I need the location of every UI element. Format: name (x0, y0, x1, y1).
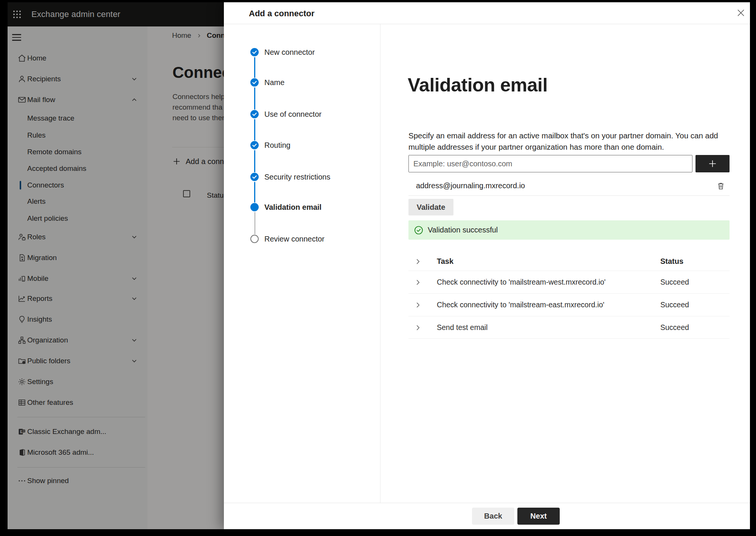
column-header-task: Task (437, 257, 453, 266)
step-connector-line (254, 182, 255, 203)
status-cell: Succeed (660, 278, 689, 287)
table-row[interactable]: Check connectivity to 'mailstream-east.m… (408, 293, 730, 316)
status-cell: Succeed (660, 301, 689, 309)
address-list-item: address@journaling.mxrecord.io (408, 176, 730, 195)
app-screen: Exchange admin center Home Recipients (8, 2, 750, 529)
column-header-status: Status (660, 257, 683, 266)
delete-address-button[interactable] (715, 180, 727, 192)
expand-row-icon[interactable] (414, 324, 422, 332)
step-connector-line (254, 150, 255, 172)
step-connector-line (254, 87, 255, 110)
wizard-rail-divider (380, 24, 380, 503)
status-cell: Succeed (660, 323, 689, 332)
close-icon (736, 8, 745, 17)
task-cell: Check connectivity to 'mailstream-west.m… (437, 278, 605, 287)
task-cell: Send test email (437, 323, 487, 332)
chevron-right-icon (414, 257, 422, 266)
banner-text: Validation successful (428, 226, 498, 234)
dialog-title: Add a connector (249, 9, 315, 19)
task-cell: Check connectivity to 'mailstream-east.m… (437, 301, 604, 309)
validate-button[interactable]: Validate (408, 199, 453, 215)
add-address-button[interactable] (695, 155, 730, 172)
table-row[interactable]: Check connectivity to 'mailstream-west.m… (408, 271, 730, 293)
trash-icon (716, 181, 725, 191)
expand-row-icon[interactable] (414, 278, 422, 287)
validation-results-table: Task Status Check connectivity to 'mails… (408, 254, 730, 339)
validation-success-banner: Validation successful (408, 220, 730, 240)
email-address-input[interactable] (408, 155, 692, 172)
step-current-icon (250, 203, 259, 212)
step-connector-line (254, 57, 255, 78)
dialog-header: Add a connector (224, 2, 750, 24)
divider (408, 195, 730, 196)
step-complete-icon (250, 48, 259, 57)
footer-divider (224, 503, 750, 503)
step-connector-line (254, 119, 255, 141)
step-connector-line (255, 212, 255, 234)
step-complete-icon (250, 110, 259, 119)
content-description: Specify an email address for an active m… (408, 130, 718, 152)
screenshot-frame: Exchange admin center Home Recipients (0, 0, 756, 536)
address-value: address@journaling.mxrecord.io (408, 181, 525, 190)
table-row[interactable]: Send test email Succeed (408, 316, 730, 339)
step-todo-icon (250, 234, 259, 243)
success-check-icon (414, 226, 423, 235)
table-header-row: Task Status (408, 254, 730, 271)
plus-icon (707, 158, 718, 169)
back-button[interactable]: Back (472, 508, 514, 525)
step-complete-icon (250, 141, 259, 150)
content-heading: Validation email (408, 74, 548, 96)
step-complete-icon (250, 172, 259, 181)
expand-row-icon[interactable] (414, 301, 422, 309)
step-complete-icon (250, 78, 259, 87)
next-button[interactable]: Next (517, 508, 560, 525)
add-connector-dialog: Add a connector New connector Name (224, 2, 750, 529)
close-button[interactable] (736, 8, 746, 18)
